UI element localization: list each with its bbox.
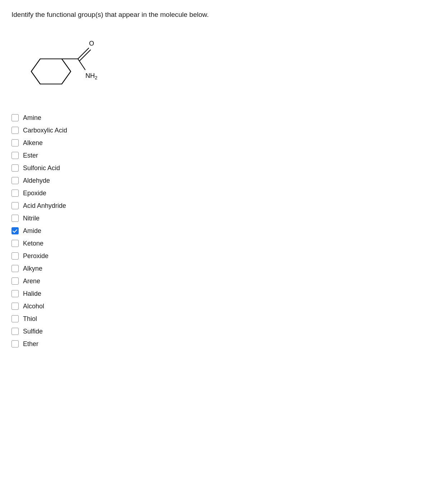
option-item-arene[interactable]: Arene bbox=[11, 275, 417, 288]
checkbox-wrap-ether bbox=[11, 340, 19, 347]
question-text: Identify the functional group(s) that ap… bbox=[11, 10, 417, 20]
oxygen-label: O bbox=[89, 40, 94, 47]
option-label-amine[interactable]: Amine bbox=[23, 114, 41, 122]
option-item-thiol[interactable]: Thiol bbox=[11, 313, 417, 325]
checkbox-thiol[interactable] bbox=[11, 315, 19, 322]
checkbox-wrap-epoxide bbox=[11, 190, 19, 197]
option-item-ester[interactable]: Ester bbox=[11, 149, 417, 162]
checkbox-wrap-acid-anhydride bbox=[11, 202, 19, 209]
option-label-epoxide[interactable]: Epoxide bbox=[23, 190, 46, 197]
option-item-alkyne[interactable]: Alkyne bbox=[11, 262, 417, 275]
checkbox-arene[interactable] bbox=[11, 277, 19, 285]
checkbox-aldehyde[interactable] bbox=[11, 177, 19, 184]
option-label-thiol[interactable]: Thiol bbox=[23, 315, 37, 323]
checkbox-peroxide[interactable] bbox=[11, 252, 19, 260]
checkbox-alkene[interactable] bbox=[11, 139, 19, 146]
option-label-carboxylic-acid[interactable]: Carboxylic Acid bbox=[23, 127, 67, 134]
svg-line-5 bbox=[31, 59, 40, 71]
option-label-ketone[interactable]: Ketone bbox=[23, 240, 43, 247]
molecule-diagram: O NH2 bbox=[11, 28, 417, 100]
option-item-peroxide[interactable]: Peroxide bbox=[11, 250, 417, 262]
option-label-ester[interactable]: Ester bbox=[23, 152, 38, 159]
option-label-sulfonic-acid[interactable]: Sulfonic Acid bbox=[23, 164, 60, 172]
checkbox-amide[interactable] bbox=[11, 227, 19, 234]
checkbox-wrap-carboxylic-acid bbox=[11, 127, 19, 134]
checkbox-wrap-arene bbox=[11, 277, 19, 285]
checkbox-wrap-ketone bbox=[11, 240, 19, 247]
checkbox-halide[interactable] bbox=[11, 290, 19, 297]
checkbox-wrap-alkyne bbox=[11, 265, 19, 272]
option-label-acid-anhydride[interactable]: Acid Anhydride bbox=[23, 202, 66, 210]
option-label-alcohol[interactable]: Alcohol bbox=[23, 303, 44, 310]
checkbox-sulfonic-acid[interactable] bbox=[11, 164, 19, 172]
checkbox-epoxide[interactable] bbox=[11, 190, 19, 197]
option-item-amine[interactable]: Amine bbox=[11, 112, 417, 124]
option-label-alkene[interactable]: Alkene bbox=[23, 139, 43, 147]
checkbox-amine[interactable] bbox=[11, 114, 19, 121]
option-label-arene[interactable]: Arene bbox=[23, 277, 40, 285]
checkbox-sulfide[interactable] bbox=[11, 328, 19, 335]
option-label-alkyne[interactable]: Alkyne bbox=[23, 265, 42, 272]
checkbox-ether[interactable] bbox=[11, 340, 19, 347]
option-item-alcohol[interactable]: Alcohol bbox=[11, 300, 417, 313]
option-item-aldehyde[interactable]: Aldehyde bbox=[11, 174, 417, 187]
option-item-acid-anhydride[interactable]: Acid Anhydride bbox=[11, 200, 417, 212]
option-label-aldehyde[interactable]: Aldehyde bbox=[23, 177, 50, 185]
checkbox-wrap-nitrile bbox=[11, 215, 19, 222]
option-label-amide[interactable]: Amide bbox=[23, 227, 41, 235]
checkbox-wrap-amide bbox=[11, 227, 19, 234]
option-label-ether[interactable]: Ether bbox=[23, 340, 38, 348]
checkbox-wrap-aldehyde bbox=[11, 177, 19, 184]
nh2-label: NH2 bbox=[85, 72, 97, 80]
checkbox-wrap-peroxide bbox=[11, 252, 19, 260]
checkbox-wrap-halide bbox=[11, 290, 19, 297]
checkbox-wrap-ester bbox=[11, 152, 19, 159]
option-item-sulfonic-acid[interactable]: Sulfonic Acid bbox=[11, 162, 417, 174]
checkbox-wrap-thiol bbox=[11, 315, 19, 322]
option-label-peroxide[interactable]: Peroxide bbox=[23, 252, 48, 260]
option-item-amide[interactable]: Amide bbox=[11, 225, 417, 237]
option-item-sulfide[interactable]: Sulfide bbox=[11, 325, 417, 338]
checkbox-wrap-sulfonic-acid bbox=[11, 164, 19, 172]
option-item-halide[interactable]: Halide bbox=[11, 288, 417, 300]
option-item-ether[interactable]: Ether bbox=[11, 338, 417, 350]
option-item-carboxylic-acid[interactable]: Carboxylic Acid bbox=[11, 124, 417, 137]
checkbox-alkyne[interactable] bbox=[11, 265, 19, 272]
options-list: AmineCarboxylic AcidAlkeneEsterSulfonic … bbox=[11, 112, 417, 350]
option-item-ketone[interactable]: Ketone bbox=[11, 237, 417, 250]
checkbox-nitrile[interactable] bbox=[11, 215, 19, 222]
svg-line-2 bbox=[62, 71, 71, 84]
checkbox-wrap-sulfide bbox=[11, 328, 19, 335]
checkbox-wrap-amine bbox=[11, 114, 19, 121]
molecule-svg: O NH2 bbox=[19, 28, 112, 100]
option-label-sulfide[interactable]: Sulfide bbox=[23, 328, 43, 335]
option-label-nitrile[interactable]: Nitrile bbox=[23, 215, 39, 222]
checkbox-wrap-alkene bbox=[11, 139, 19, 146]
checkbox-alcohol[interactable] bbox=[11, 303, 19, 310]
checkbox-ketone[interactable] bbox=[11, 240, 19, 247]
checkbox-ester[interactable] bbox=[11, 152, 19, 159]
svg-line-1 bbox=[62, 59, 71, 71]
option-item-nitrile[interactable]: Nitrile bbox=[11, 212, 417, 225]
checkbox-carboxylic-acid[interactable] bbox=[11, 127, 19, 134]
option-label-halide[interactable]: Halide bbox=[23, 290, 41, 298]
option-item-alkene[interactable]: Alkene bbox=[11, 137, 417, 149]
svg-line-9 bbox=[78, 59, 85, 70]
checkbox-wrap-alcohol bbox=[11, 303, 19, 310]
svg-line-4 bbox=[31, 71, 40, 84]
option-item-epoxide[interactable]: Epoxide bbox=[11, 187, 417, 200]
checkbox-acid-anhydride[interactable] bbox=[11, 202, 19, 209]
